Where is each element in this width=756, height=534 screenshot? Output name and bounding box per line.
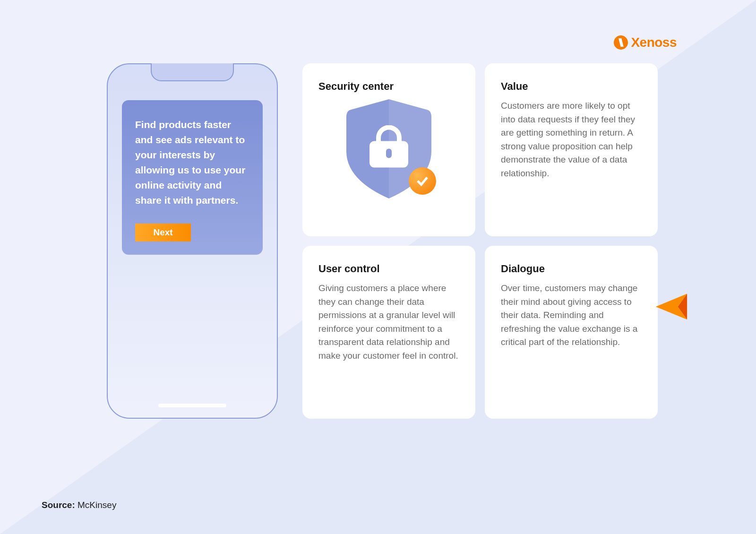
home-indicator — [158, 404, 226, 407]
card-security-center: Security center — [302, 63, 475, 236]
lock-icon — [369, 125, 408, 168]
arrow-decoration-icon — [652, 286, 689, 323]
consent-prompt-text: Find products faster and see ads relevan… — [135, 117, 249, 207]
shield-illustration — [318, 99, 459, 198]
card-title: Dialogue — [501, 263, 642, 275]
brand-logo: Xenoss — [614, 35, 677, 50]
brand-name: Xenoss — [631, 35, 677, 50]
card-dialogue: Dialogue Over time, customers may change… — [485, 246, 658, 419]
phone-notch — [151, 63, 234, 81]
card-body: Customers are more likely to opt into da… — [501, 99, 642, 180]
diagram-canvas: Xenoss Find products faster and see ads … — [66, 0, 690, 440]
check-badge-icon — [409, 167, 436, 195]
card-user-control: User control Giving customers a place wh… — [302, 246, 475, 419]
source-attribution: Source: McKinsey — [42, 500, 116, 510]
next-button[interactable]: Next — [135, 224, 191, 241]
consent-prompt-card: Find products faster and see ads relevan… — [122, 100, 263, 255]
card-body: Over time, customers may change their mi… — [501, 282, 642, 349]
card-body: Giving customers a place where they can … — [318, 282, 459, 362]
source-value: McKinsey — [77, 500, 116, 510]
card-title: Value — [501, 80, 642, 93]
card-value: Value Customers are more likely to opt i… — [485, 63, 658, 236]
brand-logo-mark — [614, 35, 628, 50]
source-label: Source: — [42, 500, 75, 510]
phone-mockup: Find products faster and see ads relevan… — [107, 63, 278, 419]
card-title: User control — [318, 263, 459, 275]
card-title: Security center — [318, 80, 459, 93]
cards-grid: Security center Value Customers are mo — [302, 63, 658, 419]
